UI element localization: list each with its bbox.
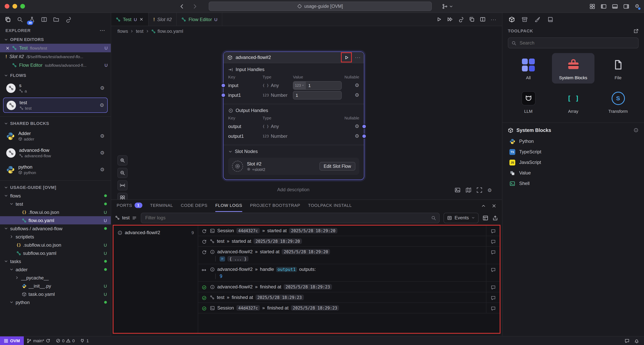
- tab-project-bootstrap[interactable]: PROJECT BOOTSTRAP: [250, 199, 300, 212]
- list-icon[interactable]: [132, 215, 137, 220]
- pipeline-icon[interactable]: [458, 17, 464, 22]
- close-panel-icon[interactable]: [492, 203, 496, 208]
- shared-block-item[interactable]: python python ⚙: [3, 162, 108, 177]
- open-editors-header[interactable]: OPEN EDITORS: [0, 35, 111, 44]
- tree-file[interactable]: task.oo.yaml U: [0, 290, 111, 298]
- forwarded-ports-status[interactable]: 1: [78, 338, 92, 343]
- feedback-icon[interactable]: [624, 338, 630, 343]
- breadcrumb-flows[interactable]: flows: [118, 29, 128, 34]
- tree-folder[interactable]: test: [0, 200, 111, 208]
- tests-flask-icon[interactable]: 39: [29, 16, 35, 23]
- category-array[interactable]: [ ] Array: [552, 87, 594, 117]
- close-window-button[interactable]: [5, 4, 9, 9]
- flow-node-advanced-flow-2[interactable]: advanced-flow#2 ··· Input Handles Key Ty…: [223, 52, 364, 180]
- tab-flow-logs[interactable]: FLOW LOGS: [215, 199, 242, 212]
- flow-canvas[interactable]: advanced-flow#2 ··· Input Handles Key Ty…: [111, 36, 502, 199]
- tree-folder[interactable]: adder: [0, 265, 111, 274]
- block-item-javascript[interactable]: JS JavaScript: [502, 157, 644, 168]
- folder-icon[interactable]: [53, 16, 59, 23]
- apps-grid-icon[interactable]: [590, 3, 596, 9]
- flows-header[interactable]: FLOWS: [0, 71, 111, 80]
- tree-folder[interactable]: flows: [0, 192, 111, 200]
- info-icon[interactable]: [634, 128, 638, 133]
- export-logs-icon[interactable]: [492, 215, 498, 221]
- output-handle-dot[interactable]: [362, 124, 367, 129]
- log-row[interactable]: test » started at 2025/5/28 18:29:20: [198, 236, 500, 247]
- log-row[interactable]: Session 44d4327c » started at 2025/5/28 …: [198, 226, 500, 236]
- value-input[interactable]: [306, 83, 341, 88]
- handle-settings-gear[interactable]: ⚙: [343, 134, 359, 139]
- node-header[interactable]: advanced-flow#2 ···: [224, 52, 364, 63]
- edit-slot-flow-button[interactable]: Edit Slot Flow: [319, 162, 355, 171]
- tab-terminal[interactable]: TERMINAL: [150, 199, 173, 212]
- gear-icon[interactable]: ⚙: [100, 167, 104, 172]
- output-handle-dot[interactable]: [362, 134, 367, 139]
- gear-icon[interactable]: ⚙: [100, 103, 104, 108]
- tree-file[interactable]: {} .flow.ui.oo.json U: [0, 208, 111, 216]
- log-row[interactable]: advanced-flow#2 » finished at 2025/5/28 …: [198, 282, 500, 292]
- block-item-value[interactable]: Value: [502, 168, 644, 178]
- log-row[interactable]: advanced-flow#2 » started at 2025/5/28 1…: [198, 247, 500, 264]
- tab-code-deps[interactable]: CODE DEPS: [181, 199, 208, 212]
- comment-icon[interactable]: [486, 292, 500, 302]
- close-icon[interactable]: [6, 46, 10, 50]
- tab-ports[interactable]: PORTS1: [117, 199, 142, 212]
- flow-list-item[interactable]: s a ⚙: [3, 81, 108, 95]
- run-all-icon[interactable]: [447, 17, 453, 22]
- block-item-typescript[interactable]: TS TypeScript: [502, 147, 644, 157]
- toolpack-search-box[interactable]: [508, 38, 638, 48]
- tree-folder[interactable]: python: [0, 298, 111, 306]
- filter-logs-box[interactable]: [141, 212, 440, 223]
- tab-toolpack-install[interactable]: TOOLPACK INSTALL: [308, 199, 352, 212]
- gear-icon[interactable]: ⚙: [100, 134, 104, 139]
- fullscreen-icon[interactable]: [476, 187, 483, 193]
- open-editor-item[interactable]: Flow Editor subflows/advanced-fl... U: [0, 61, 111, 70]
- zoom-in-icon[interactable]: [118, 155, 128, 165]
- value-editor[interactable]: [293, 91, 342, 99]
- open-editor-item[interactable]: Test flows/test U: [0, 44, 111, 52]
- layout-preset-icon[interactable]: [442, 3, 448, 9]
- add-description-button[interactable]: Add description: [223, 187, 364, 192]
- search-icon[interactable]: [17, 16, 23, 23]
- command-center-search[interactable]: usage-guide [OVM]: [208, 2, 432, 11]
- files-icon[interactable]: [5, 16, 11, 23]
- comment-icon[interactable]: [486, 236, 500, 246]
- minimize-window-button[interactable]: [12, 4, 17, 9]
- back-icon[interactable]: [179, 3, 185, 9]
- tree-file[interactable]: __init__.py U: [0, 282, 111, 290]
- handle-settings-gear[interactable]: ⚙: [343, 93, 359, 98]
- layout-preset-chevron-icon[interactable]: [449, 4, 453, 9]
- tab-flow-editor[interactable]: Flow Editor U: [177, 13, 222, 26]
- block-item-shell[interactable]: Shell: [502, 178, 644, 189]
- log-flow-selector[interactable]: test: [115, 215, 137, 220]
- close-icon[interactable]: [139, 17, 144, 22]
- toolpack-icon[interactable]: [509, 16, 515, 23]
- ovm-badge[interactable]: OVM: [0, 336, 24, 345]
- tree-file-selected[interactable]: flow.oo.yaml U: [0, 216, 111, 224]
- category-llm[interactable]: LLM: [507, 87, 550, 117]
- log-group-item[interactable]: advanced-flow#2 9: [114, 227, 198, 238]
- table-view-icon[interactable]: [482, 215, 488, 221]
- input-handle-dot[interactable]: [221, 83, 226, 88]
- zoom-window-button[interactable]: [20, 4, 25, 9]
- expand-object-icon[interactable]: [220, 256, 225, 261]
- docs-book-icon[interactable]: [547, 16, 554, 23]
- tab-slot-2[interactable]: ! Slot #2: [148, 13, 177, 26]
- forward-icon[interactable]: [192, 3, 198, 9]
- toolpack-search-input[interactable]: [519, 40, 635, 46]
- zoom-out-icon[interactable]: [118, 168, 128, 178]
- comment-icon[interactable]: [486, 247, 500, 264]
- toggle-bottom-panel-icon[interactable]: [612, 3, 618, 9]
- toggle-left-panel-icon[interactable]: [601, 3, 607, 9]
- shared-block-item[interactable]: Adder adder ⚙: [3, 129, 108, 143]
- handle-settings-gear[interactable]: ⚙: [343, 83, 359, 88]
- layout-grid-icon[interactable]: [118, 193, 128, 199]
- archive-icon[interactable]: [522, 16, 528, 23]
- git-branch-status[interactable]: main*: [24, 338, 53, 343]
- minimap-icon[interactable]: [466, 187, 472, 193]
- category-transform[interactable]: S Transform: [597, 87, 639, 117]
- tree-file[interactable]: {} .subflow.ui.oo.json U: [0, 241, 111, 249]
- flow-list-item-selected[interactable]: test test ⚙: [3, 98, 108, 113]
- tree-folder[interactable]: tasks: [0, 257, 111, 265]
- brush-icon[interactable]: [534, 16, 541, 23]
